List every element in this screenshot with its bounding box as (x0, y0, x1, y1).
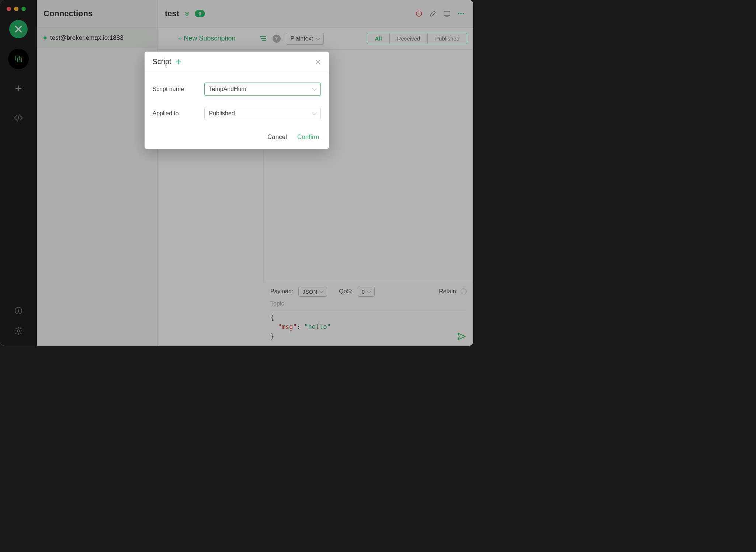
confirm-button[interactable]: Confirm (297, 133, 319, 141)
modal-header: Script (145, 52, 329, 72)
applied-to-label: Applied to (153, 110, 197, 117)
app-window: Connections test@broker.emqx.io:1883 tes… (0, 0, 473, 346)
add-script-icon[interactable] (175, 59, 182, 65)
script-name-select[interactable]: TempAndHum (204, 83, 321, 96)
modal-overlay: Script Script name TempAndHum Applied to… (0, 0, 473, 346)
modal-title: Script (153, 57, 171, 66)
cancel-button[interactable]: Cancel (267, 133, 287, 141)
script-name-label: Script name (153, 86, 197, 92)
script-modal: Script Script name TempAndHum Applied to… (145, 52, 329, 149)
close-icon[interactable] (315, 59, 321, 65)
applied-to-select[interactable]: Published (204, 107, 321, 120)
